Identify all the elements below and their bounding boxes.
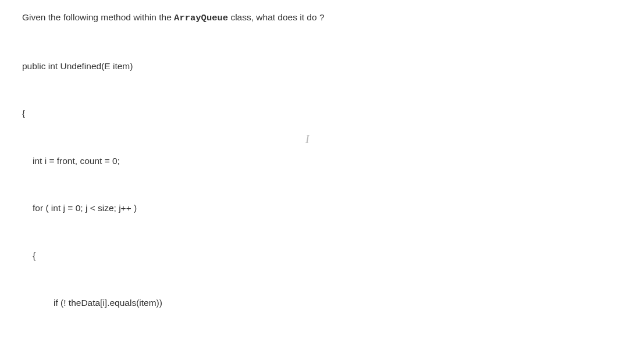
text-cursor-icon: I bbox=[305, 133, 309, 146]
code-line: count++; bbox=[22, 342, 622, 346]
question-container: Given the following method within the Ar… bbox=[0, 0, 644, 346]
question-prefix: Given the following method within the bbox=[22, 12, 174, 22]
class-name: ArrayQueue bbox=[174, 13, 228, 23]
question-prompt: Given the following method within the Ar… bbox=[22, 10, 622, 26]
code-line: for ( int j = 0; j < size; j++ ) bbox=[22, 200, 622, 216]
question-suffix: class, what does it do ? bbox=[228, 12, 324, 22]
code-line: public int Undefined(E item) bbox=[22, 58, 622, 74]
code-line: { bbox=[22, 105, 622, 121]
code-block: public int Undefined(E item) { int i = f… bbox=[22, 27, 622, 346]
code-line: { bbox=[22, 248, 622, 263]
code-line: if (! theData[i].equals(item)) bbox=[22, 295, 622, 311]
code-line: int i = front, count = 0; bbox=[22, 153, 622, 169]
